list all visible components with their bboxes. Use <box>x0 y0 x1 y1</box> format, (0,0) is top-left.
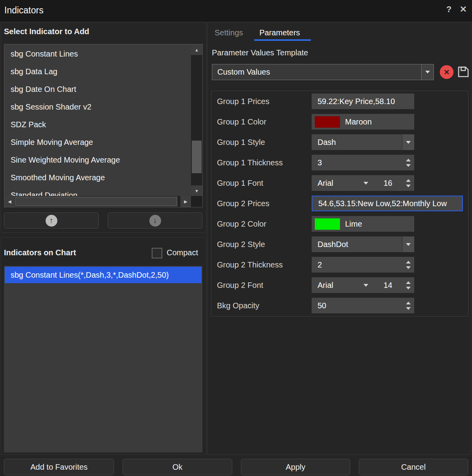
param-label: Group 1 Prices <box>217 93 269 109</box>
chevron-down-icon[interactable] <box>402 236 414 252</box>
spinner-down-icon[interactable] <box>406 164 411 167</box>
scroll-right-icon[interactable]: ▶ <box>180 196 191 207</box>
group2-font-field[interactable]: Arial 14 <box>312 277 414 293</box>
color-swatch <box>315 218 340 230</box>
template-label: Parameter Values Template <box>212 48 308 57</box>
help-icon[interactable]: ? <box>446 4 452 15</box>
indicator-listbox: sbg Constant Lines sbg Data Lag sbg Date… <box>4 44 203 207</box>
list-item[interactable]: sbg Constant Lines <box>4 45 191 63</box>
color-name: Lime <box>345 220 362 229</box>
field-value: 59.22:Key Price,58.10 <box>312 93 414 109</box>
font-name-value: Arial <box>318 281 358 290</box>
group2-color-field[interactable]: Lime <box>312 216 414 232</box>
chevron-down-icon[interactable] <box>358 182 374 185</box>
list-item[interactable]: SDZ Pack <box>4 116 191 134</box>
stepper-value: 2 <box>312 257 414 273</box>
param-label: Group 2 Font <box>217 277 263 293</box>
template-combobox[interactable]: Custom Values <box>212 64 434 80</box>
spinner-buttons[interactable] <box>402 277 414 293</box>
tab-settings[interactable]: Settings <box>215 26 243 39</box>
list-item[interactable]: Sine Weighted Moving Average <box>4 151 191 169</box>
selected-indicator-row[interactable]: sbg Constant Lines(*,Dash,3,*,DashDot,2,… <box>5 267 202 283</box>
spinner-up-icon[interactable] <box>406 281 411 284</box>
vertical-scrollbar-thumb[interactable] <box>192 141 202 173</box>
spinner-buttons[interactable] <box>402 175 414 191</box>
spinner-up-icon[interactable] <box>406 302 411 304</box>
indicator-list: sbg Constant Lines sbg Data Lag sbg Date… <box>4 45 191 196</box>
param-label: Bkg Opacity <box>217 298 259 313</box>
cancel-button[interactable]: Cancel <box>359 459 468 475</box>
color-name: Maroon <box>345 117 372 126</box>
spinner-buttons[interactable] <box>402 155 414 170</box>
spinner-down-icon[interactable] <box>406 185 411 187</box>
dialog-title: Indicators <box>4 5 44 16</box>
group2-style-dropdown[interactable]: DashDot <box>312 236 414 252</box>
param-label: Group 1 Font <box>217 175 263 191</box>
template-value: Custom Values <box>217 64 270 80</box>
group1-prices-field[interactable]: 59.22:Key Price,58.10 <box>312 93 414 109</box>
spinner-up-icon[interactable] <box>406 261 411 264</box>
spinner-down-icon[interactable] <box>406 266 411 269</box>
horizontal-scrollbar-thumb[interactable] <box>15 197 177 206</box>
param-label: Group 1 Thickness <box>217 155 283 170</box>
group2-thickness-stepper[interactable]: 2 <box>312 257 414 273</box>
dropdown-value: Dash <box>312 134 414 150</box>
apply-button[interactable]: Apply <box>241 459 350 475</box>
color-swatch <box>315 116 340 128</box>
spinner-up-icon[interactable] <box>406 179 411 182</box>
stepper-value: 50 <box>312 298 414 313</box>
compact-checkbox[interactable] <box>152 248 162 258</box>
spinner-buttons[interactable] <box>402 257 414 273</box>
list-item[interactable]: Standard Deviation <box>4 187 191 196</box>
ok-button[interactable]: Ok <box>123 459 232 475</box>
close-icon[interactable]: ✕ <box>460 4 467 15</box>
spinner-down-icon[interactable] <box>406 287 411 289</box>
group1-style-dropdown[interactable]: Dash <box>312 134 414 150</box>
chevron-down-icon[interactable] <box>421 64 433 80</box>
param-label: Group 2 Style <box>217 236 265 252</box>
spinner-buttons[interactable] <box>402 298 414 313</box>
chevron-down-icon[interactable] <box>358 284 374 287</box>
tab-parameters[interactable]: Parameters <box>259 26 300 39</box>
down-arrow-icon: ↓ <box>149 215 161 227</box>
param-label: Group 1 Style <box>217 134 265 150</box>
scroll-up-icon[interactable]: ▲ <box>191 44 202 55</box>
list-item[interactable]: sbg Data Lag <box>4 63 191 81</box>
chevron-down-icon[interactable] <box>402 134 414 150</box>
delete-template-icon[interactable]: ✕ <box>440 65 454 79</box>
move-up-button[interactable]: ↑ <box>4 212 99 229</box>
param-label: Group 1 Color <box>217 114 266 130</box>
param-label: Group 2 Prices <box>217 196 269 211</box>
scrollbar-corner <box>191 196 202 207</box>
save-template-icon[interactable] <box>457 65 470 79</box>
field-value: 54.6,53.15:New Low,52:Monthly Low <box>312 196 462 211</box>
group2-prices-field[interactable]: 54.6,53.15:New Low,52:Monthly Low <box>312 196 463 211</box>
parameter-grid: Group 1 Prices 59.22:Key Price,58.10 Gro… <box>211 91 468 317</box>
compact-label: Compact <box>167 248 198 257</box>
list-item[interactable]: Simple Moving Average <box>4 134 191 151</box>
title-bar: Indicators ? ✕ <box>0 0 472 22</box>
list-item[interactable]: sbg Session Shader v2 <box>4 98 191 116</box>
spinner-down-icon[interactable] <box>406 307 411 310</box>
move-down-button[interactable]: ↓ <box>108 212 202 229</box>
scroll-down-icon[interactable]: ▼ <box>191 185 202 196</box>
stepper-value: 3 <box>312 155 414 170</box>
vertical-scrollbar[interactable]: ▲ ▼ <box>191 44 202 196</box>
on-chart-listbox[interactable]: sbg Constant Lines(*,Dash,3,*,DashDot,2,… <box>4 266 202 452</box>
scroll-left-icon[interactable]: ◀ <box>4 196 15 207</box>
active-tab-underline <box>254 39 311 41</box>
font-name-value: Arial <box>318 179 358 188</box>
add-to-favorites-button[interactable]: Add to Favorites <box>4 459 114 475</box>
spinner-up-icon[interactable] <box>406 159 411 161</box>
indicators-on-chart-heading: Indicators on Chart <box>4 248 76 257</box>
indicators-dialog: Indicators ? ✕ Select Indicator to Add s… <box>0 0 472 476</box>
list-item[interactable]: sbg Date On Chart <box>4 81 191 98</box>
horizontal-scrollbar[interactable]: ◀ ▶ <box>4 196 191 207</box>
group1-thickness-stepper[interactable]: 3 <box>312 155 414 170</box>
bkg-opacity-stepper[interactable]: 50 <box>312 298 414 313</box>
param-label: Group 2 Color <box>217 216 266 232</box>
group1-color-field[interactable]: Maroon <box>312 114 414 130</box>
list-item[interactable]: Smoothed Moving Average <box>4 169 191 187</box>
param-label: Group 2 Thickness <box>217 257 283 273</box>
group1-font-field[interactable]: Arial 16 <box>312 175 414 191</box>
